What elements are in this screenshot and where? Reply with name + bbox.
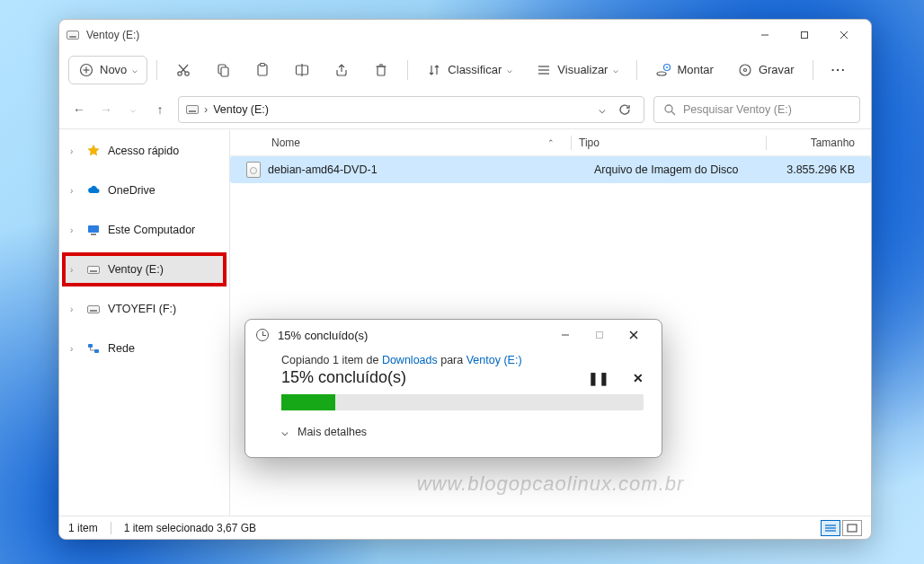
copy-button[interactable] [206, 57, 240, 84]
sort-button[interactable]: Classificar ⌵ [417, 57, 521, 84]
file-size: 3.855.296 KB [774, 163, 855, 176]
disc-image-icon [246, 162, 261, 178]
sidebar-item-label: OneDrive [108, 184, 155, 197]
details-view-button[interactable] [821, 520, 840, 536]
recent-locations-button[interactable]: ⌵ [124, 104, 142, 114]
column-type[interactable]: Tipo [579, 137, 759, 149]
dialog-copy-line: Copiando 1 item de Downloads para Ventoy… [281, 354, 644, 366]
thumbnails-view-button[interactable] [842, 520, 862, 536]
breadcrumb-segment[interactable]: Ventoy (E:) [213, 103, 269, 116]
cancel-button[interactable]: ✕ [633, 371, 644, 385]
chevron-down-icon: ⌵ [132, 65, 138, 75]
new-button[interactable]: Novo ⌵ [68, 56, 147, 84]
share-button[interactable] [324, 57, 359, 84]
sidebar-item-ventoy[interactable]: › Ventoy (E:) [65, 255, 224, 284]
sort-icon [426, 62, 442, 78]
sidebar-item-network[interactable]: › Rede [59, 334, 229, 363]
explorer-window: Ventoy (E:) Novo ⌵ Classificar [58, 19, 872, 540]
titlebar[interactable]: Ventoy (E:) [59, 20, 871, 50]
sidebar-item-this-pc[interactable]: › Este Computador [59, 216, 229, 244]
pause-button[interactable]: ❚❚ [588, 371, 609, 385]
toolbar-separator [636, 60, 637, 80]
close-button[interactable] [824, 22, 864, 48]
chevron-right-icon: › [70, 265, 79, 275]
drive-icon [67, 31, 79, 40]
plus-icon [78, 62, 94, 78]
copy-source-link[interactable]: Downloads [382, 354, 438, 366]
forward-button[interactable]: → [97, 102, 115, 117]
minimize-button[interactable] [745, 22, 785, 48]
more-button[interactable]: ··· [822, 57, 856, 82]
column-size[interactable]: Tamanho [774, 137, 855, 149]
disc-icon [737, 62, 753, 78]
sidebar-item-label: Ventoy (E:) [108, 263, 164, 276]
chevron-right-icon: › [70, 225, 79, 235]
share-icon [333, 62, 350, 78]
sidebar-item-quick-access[interactable]: › Acesso rápido [59, 137, 229, 165]
window-title: Ventoy (E:) [86, 29, 139, 41]
rename-icon [294, 62, 310, 78]
svg-rect-1 [802, 32, 808, 39]
mount-button[interactable]: Montar [646, 57, 722, 84]
sidebar-item-label: Este Computador [108, 224, 195, 236]
search-input[interactable]: Pesquisar Ventoy (E:) [653, 96, 860, 123]
burn-button[interactable]: Gravar [728, 57, 804, 84]
chevron-right-icon: › [70, 304, 79, 314]
chevron-down-icon[interactable]: ⌵ [599, 102, 606, 116]
svg-rect-17 [378, 66, 385, 75]
toolbar: Novo ⌵ Classificar ⌵ Visualizar ⌵ Montar… [59, 50, 871, 90]
dialog-minimize-button[interactable] [548, 323, 582, 347]
copy-icon [215, 62, 231, 78]
status-selection: 1 item selecionado 3,67 GB [124, 522, 256, 534]
maximize-button[interactable] [785, 22, 824, 48]
svg-point-28 [665, 105, 672, 112]
svg-rect-30 [88, 225, 99, 233]
sidebar-item-highlight: › Ventoy (E:) [65, 255, 224, 284]
file-type: Arquivo de Imagem do Disco [594, 163, 774, 176]
column-name[interactable]: Nome [271, 137, 300, 149]
view-button[interactable]: Visualizar ⌵ [527, 57, 627, 84]
breadcrumb[interactable]: › Ventoy (E:) ⌵ [178, 96, 644, 123]
rename-button[interactable] [285, 57, 319, 84]
sidebar-item-label: VTOYEFI (F:) [108, 303, 176, 315]
mount-label: Montar [677, 63, 713, 76]
dialog-body: Copiando 1 item de Downloads para Ventoy… [245, 350, 662, 438]
progress-bar [281, 394, 644, 410]
sidebar-item-vtoyefi[interactable]: › VTOYEFI (F:) [59, 295, 229, 323]
view-icon [536, 62, 552, 78]
search-icon [663, 103, 676, 116]
svg-rect-14 [261, 63, 265, 66]
dialog-titlebar[interactable]: 15% concluído(s) [245, 320, 662, 350]
status-count: 1 item [68, 522, 98, 534]
column-headers[interactable]: ⌃ Nome Tipo Tamanho [230, 129, 871, 156]
svg-point-25 [666, 66, 668, 68]
more-details-toggle[interactable]: ⌵ Mais detalhes [281, 425, 644, 438]
monitor-icon [86, 223, 101, 237]
sidebar-item-label: Rede [108, 342, 135, 355]
svg-rect-37 [848, 524, 857, 532]
svg-line-29 [671, 111, 675, 115]
dialog-maximize-button[interactable] [582, 323, 617, 347]
paste-icon [254, 62, 271, 78]
dialog-close-button[interactable] [617, 323, 651, 347]
up-button[interactable]: ↑ [151, 102, 169, 117]
paste-button[interactable] [245, 57, 280, 84]
copy-dest-link[interactable]: Ventoy (E:) [466, 354, 522, 366]
cloud-icon [86, 183, 101, 198]
delete-button[interactable] [364, 57, 398, 84]
clock-icon [256, 329, 269, 341]
back-button[interactable]: ← [70, 102, 88, 117]
sidebar-item-onedrive[interactable]: › OneDrive [59, 176, 229, 205]
refresh-button[interactable] [618, 103, 631, 116]
burn-label: Gravar [759, 63, 795, 76]
copy-progress-dialog: 15% concluído(s) Copiando 1 item de Down… [244, 319, 662, 458]
file-name: debian-amd64-DVD-1 [268, 163, 594, 176]
drive-icon [186, 105, 199, 114]
ellipsis-icon: ··· [831, 63, 847, 76]
svg-point-23 [657, 72, 666, 75]
dialog-title: 15% concluído(s) [278, 329, 368, 342]
watermark: www.blogopcaolinux.com.br [417, 472, 685, 496]
cut-button[interactable] [166, 57, 200, 84]
file-item[interactable]: debian-amd64-DVD-1 Arquivo de Imagem do … [230, 156, 871, 183]
svg-point-27 [743, 68, 746, 71]
